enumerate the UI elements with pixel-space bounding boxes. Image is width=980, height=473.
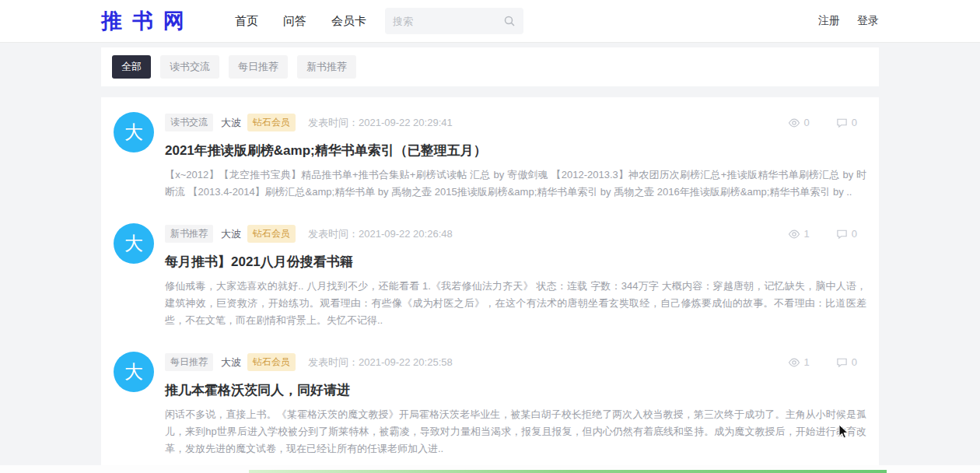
post-time: 2021-09-22 20:26:48 — [359, 228, 453, 240]
category-tag[interactable]: 每日推荐 — [165, 353, 213, 371]
comments-stat: 0 — [836, 117, 857, 128]
member-badge: 钻石会员 — [247, 114, 296, 131]
post-time: 2021-09-22 20:29:41 — [359, 117, 453, 128]
avatar[interactable]: 大 — [114, 112, 154, 152]
post-author: 大波 — [221, 356, 241, 370]
category-tag[interactable]: 读书交流 — [165, 114, 213, 131]
post-item: 大 每日推荐 大波 钻石会员 发表时间： 2021-09-22 20:25:58 — [114, 338, 866, 467]
post-meta: 新书推荐 大波 钻石会员 发表时间： 2021-09-22 20:26:48 — [165, 225, 866, 243]
search-box[interactable] — [385, 8, 523, 34]
eye-icon — [788, 117, 800, 129]
avatar[interactable]: 大 — [114, 352, 154, 392]
comments-count: 0 — [852, 356, 857, 368]
views-stat: 1 — [788, 228, 810, 240]
post-body: 新书推荐 大波 钻石会员 发表时间： 2021-09-22 20:26:48 — [165, 223, 866, 329]
post-author: 大波 — [221, 227, 241, 241]
comment-bubble-icon — [836, 228, 848, 240]
post-title[interactable]: 2021年推读版刷榜&amp;精华书单索引（已整理五月） — [165, 142, 866, 159]
register-link[interactable]: 注册 — [818, 14, 840, 28]
comment-bubble-icon — [836, 117, 848, 128]
search-input[interactable] — [393, 16, 503, 27]
post-stats: 1 0 — [788, 228, 866, 240]
post-time-label: 发表时间： — [308, 356, 359, 370]
post-list: 大 读书交流 大波 钻石会员 发表时间： 2021-09-22 20:29:41 — [101, 97, 879, 473]
comments-stat: 0 — [836, 356, 857, 368]
member-badge: 钻石会员 — [247, 353, 296, 371]
filter-tab-all[interactable]: 全部 — [112, 55, 151, 79]
post-item: 大 读书交流 大波 钻石会员 发表时间： 2021-09-22 20:29:41 — [114, 99, 866, 210]
nav-item-qa[interactable]: 问答 — [283, 14, 306, 29]
views-count: 1 — [804, 228, 810, 240]
post-title[interactable]: 推几本霍格沃茨同人，同好请进 — [165, 381, 866, 399]
post-time-label: 发表时间： — [308, 227, 359, 241]
comments-count: 0 — [852, 117, 857, 128]
post-excerpt: 【x~2012】【龙空推书宝典】精品推书单+推书合集贴+刷榜试读帖 汇总 by … — [165, 166, 866, 201]
comments-stat: 0 — [836, 228, 857, 240]
login-link[interactable]: 登录 — [857, 14, 879, 28]
search-icon[interactable] — [503, 15, 516, 27]
category-tag[interactable]: 新书推荐 — [165, 225, 213, 243]
post-excerpt: 修仙戒毒，大家选喜欢的就好.. 八月找到不少，还能看看 1.《我若修仙法力齐天》… — [165, 278, 866, 329]
filter-tab-reading-exchange[interactable]: 读书交流 — [160, 55, 219, 79]
post-excerpt: 闲话不多说，直接上书。《某霍格沃茨的魔文教授》开局霍格沃茨老毕业生，被某白胡子校… — [165, 406, 866, 457]
post-meta: 读书交流 大波 钻石会员 发表时间： 2021-09-22 20:29:41 — [165, 114, 866, 131]
post-time: 2021-09-22 20:25:58 — [359, 356, 453, 368]
filter-tab-daily-recommend[interactable]: 每日推荐 — [229, 55, 288, 79]
nav-item-home[interactable]: 首页 — [235, 14, 258, 29]
nav-item-membership[interactable]: 会员卡 — [331, 14, 366, 29]
views-count: 0 — [804, 117, 810, 128]
views-stat: 1 — [788, 356, 810, 369]
post-author: 大波 — [221, 116, 241, 130]
avatar[interactable]: 大 — [114, 223, 154, 264]
post-item: 大 新书推荐 大波 钻石会员 发表时间： 2021-09-22 20:26:48 — [114, 210, 866, 338]
post-stats: 0 0 — [788, 117, 866, 129]
auth-links: 注册 登录 — [818, 14, 879, 28]
top-navbar: 推书网 首页 问答 会员卡 注册 登录 — [0, 0, 980, 43]
post-body: 读书交流 大波 钻石会员 发表时间： 2021-09-22 20:29:41 — [165, 112, 866, 201]
post-body: 每日推荐 大波 钻石会员 发表时间： 2021-09-22 20:25:58 — [165, 352, 866, 457]
post-title[interactable]: 每月推书】2021八月份搜看书籍 — [165, 253, 866, 271]
eye-icon — [788, 228, 800, 240]
category-filter-bar: 全部 读书交流 每日推荐 新书推荐 — [101, 47, 879, 86]
post-time-label: 发表时间： — [308, 116, 359, 130]
comments-count: 0 — [852, 228, 857, 240]
page-content: 全部 读书交流 每日推荐 新书推荐 大 读书交流 大波 钻石会员 发表时间： 2… — [101, 47, 879, 473]
main-nav: 首页 问答 会员卡 — [235, 14, 366, 29]
bottom-accent-bar — [249, 470, 887, 473]
views-stat: 0 — [788, 117, 810, 129]
views-count: 1 — [804, 356, 810, 368]
filter-tab-new-book-recommend[interactable]: 新书推荐 — [297, 55, 356, 79]
member-badge: 钻石会员 — [247, 225, 296, 243]
site-logo[interactable]: 推书网 — [101, 7, 194, 35]
post-meta: 每日推荐 大波 钻石会员 发表时间： 2021-09-22 20:25:58 — [165, 353, 866, 371]
eye-icon — [788, 356, 800, 369]
post-stats: 1 0 — [788, 356, 866, 369]
comment-bubble-icon — [836, 356, 848, 368]
